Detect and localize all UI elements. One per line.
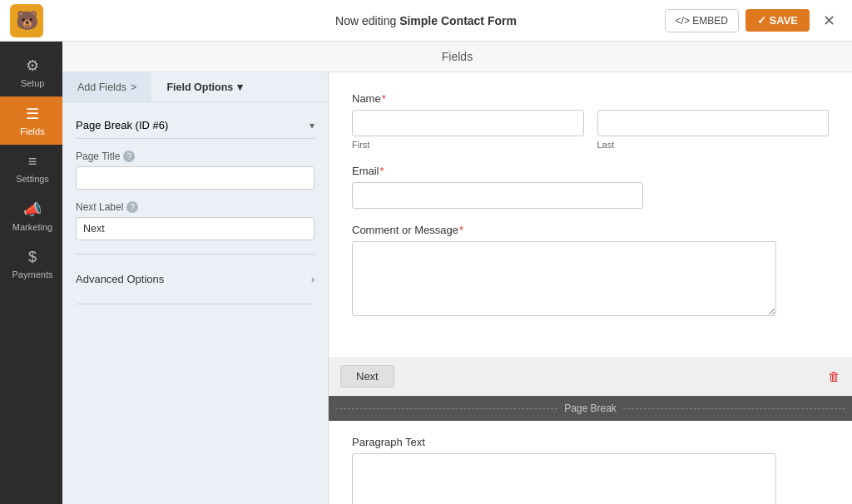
sidebar-label-settings: Settings	[16, 174, 49, 184]
payments-icon: $	[28, 249, 37, 266]
tab-add-fields[interactable]: Add Fields >	[62, 72, 151, 101]
advanced-options-label: Advanced Options	[76, 273, 164, 285]
name-field-row: Name * First Last	[352, 92, 829, 150]
fields-heading: Fields	[62, 42, 852, 72]
first-name-input[interactable]	[352, 110, 584, 136]
panels: Add Fields > Field Options ▾ Page Break	[62, 72, 852, 504]
tab-field-options[interactable]: Field Options ▾	[151, 72, 258, 101]
form-preview: Name * First Last	[329, 72, 852, 353]
message-textarea[interactable]	[352, 241, 776, 316]
email-label: Email *	[352, 165, 829, 177]
next-button-row: Next 🗑	[329, 357, 852, 396]
tab-add-fields-chevron: >	[131, 82, 136, 93]
sidebar-item-fields[interactable]: ☰ Fields	[0, 96, 62, 145]
right-panel: Name * First Last	[329, 72, 852, 504]
next-label-help-icon[interactable]: ?	[126, 201, 138, 213]
page-break-divider: Page Break	[329, 396, 852, 421]
email-required: *	[380, 165, 384, 177]
sidebar-item-marketing[interactable]: 📣 Marketing	[0, 192, 62, 240]
advanced-options-chevron: ›	[311, 273, 315, 285]
first-name-field: First	[352, 110, 584, 150]
page-title-help-icon[interactable]: ?	[123, 151, 135, 162]
page-break-label: Page Break (ID #6)	[76, 119, 168, 131]
email-field-row: Email *	[352, 165, 829, 209]
name-label: Name *	[352, 92, 829, 105]
email-input[interactable]	[352, 182, 643, 209]
page-break-chevron: ▾	[310, 120, 315, 131]
next-label-group: Next Label ?	[76, 201, 315, 240]
paragraph-textarea[interactable]	[352, 453, 776, 504]
sidebar: ⚙ Setup ☰ Fields ≡ Settings 📣 Marketing …	[0, 42, 62, 504]
first-name-label: First	[352, 140, 584, 150]
sidebar-label-fields: Fields	[20, 126, 44, 136]
marketing-icon: 📣	[23, 200, 42, 219]
sidebar-label-payments: Payments	[12, 269, 53, 279]
advanced-options-row[interactable]: Advanced Options ›	[76, 268, 315, 290]
form-name: Simple Contact Form	[399, 14, 517, 27]
tab-field-options-label: Field Options	[166, 82, 233, 93]
next-button[interactable]: Next	[340, 365, 394, 388]
paragraph-section: Paragraph Text	[329, 421, 852, 504]
message-required: *	[459, 224, 463, 236]
delete-icon[interactable]: 🗑	[828, 369, 840, 383]
name-fields: First Last	[352, 110, 829, 150]
next-label-input[interactable]	[76, 217, 315, 240]
logo-area: 🐻	[10, 4, 43, 37]
bear-logo: 🐻	[10, 4, 43, 37]
separator	[76, 254, 315, 254]
last-name-field: Last	[597, 110, 830, 150]
fields-icon: ☰	[26, 105, 39, 123]
sidebar-item-setup[interactable]: ⚙ Setup	[0, 48, 62, 96]
top-header: 🐻 Now editing Simple Contact Form </> EM…	[0, 0, 852, 42]
page-title-group: Page Title ?	[76, 151, 315, 190]
tab-field-options-chevron: ▾	[237, 81, 243, 93]
tab-add-fields-label: Add Fields	[77, 82, 126, 93]
editing-title: Now editing Simple Contact Form	[335, 14, 517, 27]
setup-icon: ⚙	[26, 57, 39, 75]
message-field-row: Comment or Message *	[352, 224, 829, 319]
separator2	[76, 304, 315, 304]
settings-icon: ≡	[28, 153, 37, 170]
editing-prefix: Now editing	[335, 14, 396, 27]
last-name-label: Last	[597, 140, 830, 150]
name-required: *	[382, 92, 386, 105]
page-title-input[interactable]	[76, 166, 315, 190]
sidebar-item-payments[interactable]: $ Payments	[0, 240, 62, 288]
left-panel: Add Fields > Field Options ▾ Page Break	[62, 72, 329, 504]
sidebar-label-marketing: Marketing	[12, 222, 52, 232]
last-name-input[interactable]	[597, 110, 830, 136]
main-layout: ⚙ Setup ☰ Fields ≡ Settings 📣 Marketing …	[0, 42, 852, 504]
close-button[interactable]: ✕	[816, 8, 842, 33]
id-badge: (ID #6)	[136, 119, 169, 131]
header-actions: </> EMBED ✓ SAVE ✕	[665, 8, 842, 33]
message-label: Comment or Message *	[352, 224, 829, 236]
save-button[interactable]: ✓ SAVE	[746, 9, 810, 32]
page-break-divider-label: Page Break	[564, 403, 617, 414]
page-break-row[interactable]: Page Break (ID #6) ▾	[76, 112, 315, 139]
sidebar-label-setup: Setup	[21, 78, 45, 88]
embed-button[interactable]: </> EMBED	[665, 9, 739, 32]
page-title-label: Page Title ?	[76, 151, 315, 162]
sidebar-item-settings[interactable]: ≡ Settings	[0, 145, 62, 192]
tabs-row: Add Fields > Field Options ▾	[62, 72, 328, 102]
content-area: Fields Add Fields > Field Options ▾	[62, 42, 852, 504]
next-label-label: Next Label ?	[76, 201, 315, 213]
left-panel-content: Page Break (ID #6) ▾ Page Title ?	[62, 102, 328, 504]
paragraph-label: Paragraph Text	[352, 436, 829, 448]
